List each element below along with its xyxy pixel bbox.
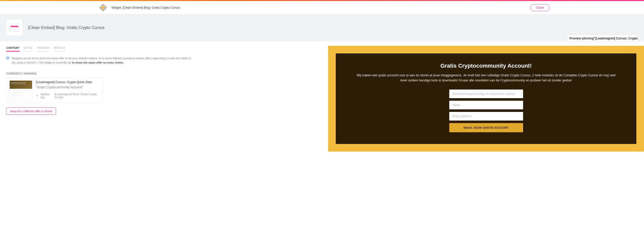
info-icon: i: [6, 56, 9, 60]
email-field[interactable]: [449, 112, 523, 121]
offer-card[interactable]: Gratis Crypto Cursus Quick Start [Leadma…: [6, 78, 103, 103]
toolbar-title: Widget: [Clean Embed] Blog: Gratis Crypt…: [111, 6, 180, 9]
main-content: CONTENT STYLE TRIGGER DETAILS i Widgets …: [0, 41, 644, 152]
offer-subtitle: "Gratis Cryptocommunity Account!": [36, 85, 100, 89]
preview-select-value: "[Leadmagnet] Cursus: Crypto Quick-S: [594, 37, 638, 40]
applies-tag-label: Applies tag: [40, 93, 52, 99]
tabs: CONTENT STYLE TRIGGER DETAILS: [6, 46, 65, 52]
preview-description: Wij maken een gratis account voor je aan…: [350, 73, 622, 83]
page-title: [Clean Embed] Blog: Gratis Crypto Cursus: [28, 25, 105, 30]
preview-pitch-select[interactable]: Preview pitching "[Leadmagnet] Cursus: C…: [567, 35, 638, 42]
create-account-button[interactable]: MAAK JOUW GRATIS ACCOUNT: [449, 123, 523, 132]
preview-title: Gratis Cryptocommunity Account!: [350, 63, 622, 69]
toolbar: Widget: [Clean Embed] Blog: Gratis Crypt…: [0, 1, 644, 14]
offer-thumbnail: Gratis Crypto Cursus Quick Start: [9, 80, 32, 100]
close-button[interactable]: Close: [530, 4, 550, 11]
preview-select-prefix: Preview pitching: [569, 37, 594, 40]
info-text-bold: to show the same offer to every visitor.: [72, 61, 124, 64]
offer-title: [Leadmagnet] Cursus: Crypto Quick-Start: [36, 80, 100, 84]
tab-trigger[interactable]: TRIGGER: [37, 46, 49, 52]
tab-details[interactable]: DETAILS: [53, 46, 65, 52]
applies-tag-value: [Leadmagnet] Send: Gratis Crypto Cursus: [54, 93, 100, 99]
app-logo-icon: [99, 4, 107, 11]
tab-content[interactable]: CONTENT: [6, 46, 20, 52]
offer-thumb-text: Gratis Crypto Cursus Quick Start: [11, 82, 25, 83]
username-field[interactable]: [449, 90, 523, 98]
chevron-down-icon: [633, 37, 636, 40]
preview-form: MAAK JOUW GRATIS ACCOUNT: [449, 90, 523, 132]
name-field[interactable]: [449, 101, 523, 109]
widget-preview: Gratis Cryptocommunity Account! Wij make…: [328, 46, 644, 152]
currently-showing-label: CURRENTLY SHOWING: [6, 72, 322, 75]
info-note: i Widgets can be set to show the same of…: [6, 56, 194, 65]
swap-offer-button[interactable]: Swap for a different offer or funnel: [6, 108, 56, 115]
tag-icon: [36, 94, 38, 97]
widget-type-icon: [7, 20, 22, 36]
tab-style[interactable]: STYLE: [24, 46, 33, 52]
